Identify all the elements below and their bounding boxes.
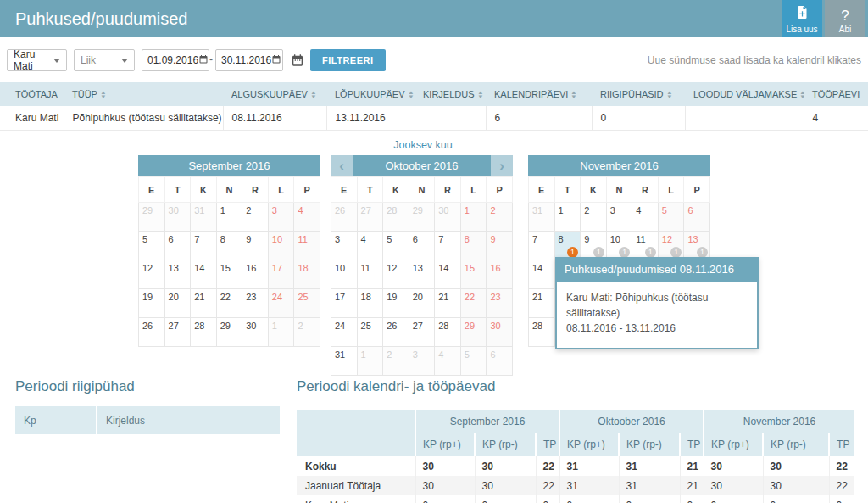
calendar-day[interactable]: 19 <box>383 289 409 318</box>
calendar-day[interactable]: 81 <box>554 232 581 260</box>
calendar-day[interactable]: 12 <box>383 260 409 289</box>
calendar-day[interactable]: 5 <box>460 347 487 376</box>
type-select[interactable]: Liik <box>74 49 135 71</box>
calendar-day[interactable]: 3 <box>331 232 358 260</box>
column-header-6[interactable]: RIIGIPÜHASID▲▼ <box>592 82 685 106</box>
calendar-day[interactable]: 21 <box>191 289 217 318</box>
calendar-day[interactable]: 3 <box>268 203 294 232</box>
calendar-day[interactable]: 14 <box>191 260 217 289</box>
calendar-day[interactable]: 26 <box>383 318 409 347</box>
calendar-day[interactable]: 3 <box>409 347 435 376</box>
calendar-day[interactable]: 28 <box>383 203 409 232</box>
sort-icon[interactable]: ▲▼ <box>311 91 316 99</box>
calendar-day[interactable]: 22 <box>216 289 242 318</box>
calendar-day[interactable]: 1 <box>460 203 487 232</box>
date-to-field[interactable]: 30.11.2016 <box>215 49 283 71</box>
calendar-day[interactable]: 8 <box>460 232 487 260</box>
calendar-day[interactable]: 1 <box>216 203 242 232</box>
calendar-day[interactable]: 30 <box>164 203 191 232</box>
calendar-day[interactable]: 21 <box>529 289 555 318</box>
calendar-day[interactable]: 9 <box>242 232 269 260</box>
calendar-day[interactable]: 4 <box>632 203 659 232</box>
calendar-day[interactable]: 10 <box>268 232 294 260</box>
calendar-day[interactable]: 1 <box>357 347 383 376</box>
employee-select[interactable]: Karu Mati <box>7 49 67 71</box>
calendar-day[interactable]: 101 <box>606 232 632 260</box>
calendar-day[interactable]: 15 <box>216 260 242 289</box>
calendar-day[interactable]: 5 <box>383 232 409 260</box>
calendar-day[interactable]: 4 <box>357 232 383 260</box>
calendar-day[interactable]: 12 <box>139 260 165 289</box>
calendar-day[interactable]: 29 <box>409 203 435 232</box>
calendar-day[interactable]: 14 <box>529 260 555 289</box>
sort-icon[interactable]: ▲▼ <box>800 91 804 99</box>
calendar-day[interactable]: 1 <box>268 318 294 347</box>
calendar-day[interactable]: 28 <box>529 318 555 347</box>
calendar-day[interactable]: 30 <box>435 203 461 232</box>
column-header-2[interactable]: ALGUSKUUPÄEV▲▼ <box>223 82 326 106</box>
filter-button[interactable]: FILTREERI <box>310 49 386 71</box>
column-header-3[interactable]: LÕPUKUUPÄEV▲▼ <box>326 82 415 106</box>
calendar-day[interactable]: 3 <box>606 203 632 232</box>
calendar-day[interactable]: 22 <box>460 289 487 318</box>
calendar-day[interactable]: 28 <box>191 318 217 347</box>
calendar-day[interactable]: 25 <box>294 289 320 318</box>
calendar-day[interactable]: 30 <box>242 318 269 347</box>
calendar-icon[interactable] <box>271 54 281 67</box>
calendar-day[interactable]: 91 <box>581 232 607 260</box>
calendar-day[interactable]: 20 <box>409 289 435 318</box>
next-month-button[interactable]: › <box>491 155 513 176</box>
calendar-day[interactable]: 31 <box>529 203 555 232</box>
sort-icon[interactable]: ▲▼ <box>478 91 483 99</box>
calendar-day[interactable]: 29 <box>139 203 165 232</box>
calendar-icon[interactable] <box>198 54 209 67</box>
sort-icon[interactable]: ▲▼ <box>101 91 106 99</box>
calendar-day[interactable]: 6 <box>164 232 191 260</box>
sort-icon[interactable]: ▲▼ <box>667 91 672 99</box>
column-header-1[interactable]: TÜÜP▲▼ <box>64 82 223 106</box>
calendar-day[interactable]: 6 <box>684 203 710 232</box>
calendar-day[interactable]: 21 <box>435 289 461 318</box>
calendar-day[interactable]: 19 <box>139 289 165 318</box>
calendar-day[interactable]: 9 <box>487 232 513 260</box>
calendar-day[interactable]: 4 <box>294 203 320 232</box>
add-new-button[interactable]: Lisa uus <box>782 0 822 37</box>
calendar-day[interactable]: 6 <box>487 347 513 376</box>
calendar-day[interactable]: 24 <box>331 318 358 347</box>
calendar-day[interactable]: 131 <box>684 232 710 260</box>
calendar-day[interactable]: 30 <box>487 318 513 347</box>
calendar-day[interactable]: 27 <box>409 318 435 347</box>
calendar-day[interactable]: 5 <box>139 232 165 260</box>
calendar-day[interactable]: 17 <box>331 289 358 318</box>
calendar-day[interactable]: 29 <box>460 318 487 347</box>
calendar-day[interactable]: 11 <box>357 260 383 289</box>
table-row[interactable]: Karu MatiPõhipuhkus (töötasu säilitataks… <box>0 106 868 131</box>
sort-icon[interactable]: ▲▼ <box>409 91 414 99</box>
calendar-day[interactable]: 2 <box>487 203 513 232</box>
calendar-day[interactable]: 29 <box>216 318 242 347</box>
calendar-day[interactable]: 10 <box>331 260 358 289</box>
calendar-day[interactable]: 26 <box>331 203 358 232</box>
calendar-day[interactable]: 25 <box>357 318 383 347</box>
calendar-day[interactable]: 23 <box>487 289 513 318</box>
column-header-5[interactable]: KALENDRIPÄEVI▲▼ <box>486 82 592 106</box>
calendar-day[interactable]: 13 <box>409 260 435 289</box>
prev-month-button[interactable]: ‹ <box>331 155 353 176</box>
calendar-day[interactable]: 7 <box>435 232 461 260</box>
calendar-day[interactable]: 27 <box>357 203 383 232</box>
date-from-field[interactable]: 01.09.2016 <box>142 49 209 71</box>
help-button[interactable]: ? Abi <box>825 0 865 37</box>
calendar-day[interactable]: 13 <box>164 260 191 289</box>
calendar-day[interactable]: 4 <box>435 347 461 376</box>
calendar-day[interactable]: 1 <box>554 203 581 232</box>
calendar-day[interactable]: 15 <box>460 260 487 289</box>
calendar-day[interactable]: 7 <box>191 232 217 260</box>
calendar-day[interactable]: 18 <box>357 289 383 318</box>
date-range-picker-button[interactable] <box>289 52 306 69</box>
calendar-day[interactable]: 23 <box>242 289 269 318</box>
calendar-day[interactable]: 16 <box>242 260 269 289</box>
calendar-day[interactable]: 2 <box>294 318 320 347</box>
calendar-day[interactable]: 28 <box>435 318 461 347</box>
calendar-day[interactable]: 121 <box>658 232 684 260</box>
calendar-day[interactable]: 16 <box>487 260 513 289</box>
